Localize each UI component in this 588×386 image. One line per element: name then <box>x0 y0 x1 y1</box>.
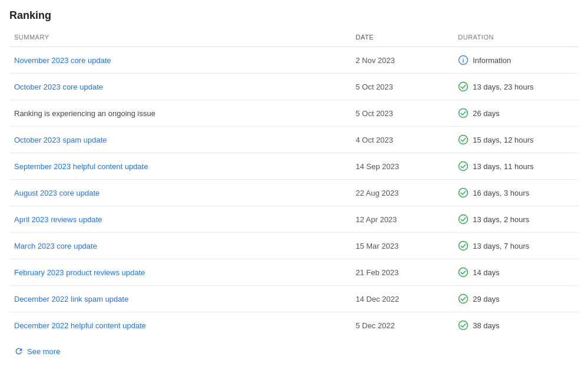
date-cell: 5 Oct 2023 <box>351 74 453 100</box>
check-icon <box>458 161 469 171</box>
date-cell: 2 Nov 2023 <box>351 47 453 74</box>
duration-cell: 38 days <box>453 312 579 339</box>
duration-text: 14 days <box>473 268 500 277</box>
check-icon <box>458 81 469 92</box>
check-icon <box>458 267 469 278</box>
duration-text: 13 days, 2 hours <box>473 215 529 224</box>
see-more-cell: See more <box>9 338 579 366</box>
duration-cell: 13 days, 2 hours <box>453 206 579 233</box>
date-cell: 15 Mar 2023 <box>351 233 453 259</box>
see-more-label: See more <box>27 347 60 356</box>
duration-cell: 15 days, 12 hours <box>453 127 579 153</box>
duration-cell: 13 days, 11 hours <box>453 153 579 180</box>
check-icon <box>458 214 469 225</box>
summary-cell: August 2023 core update <box>9 180 351 206</box>
duration-cell: 14 days <box>453 259 579 286</box>
summary-link[interactable]: February 2023 product reviews update <box>14 268 145 277</box>
summary-cell: December 2022 link spam update <box>9 286 351 312</box>
svg-point-7 <box>459 189 468 197</box>
duration-text: 26 days <box>473 109 500 118</box>
svg-point-6 <box>459 162 468 171</box>
date-cell: 5 Oct 2023 <box>351 100 453 127</box>
table-header-row: SUMMARY DATE DURATION <box>9 30 579 47</box>
summary-cell: October 2023 core update <box>9 74 351 100</box>
table-row: October 2023 spam update4 Oct 2023 15 da… <box>9 127 579 153</box>
svg-point-8 <box>459 215 468 224</box>
summary-cell: September 2023 helpful content update <box>9 153 351 180</box>
table-row: December 2022 link spam update14 Dec 202… <box>9 286 579 312</box>
col-header-date: DATE <box>351 30 453 47</box>
summary-link[interactable]: December 2022 helpful content update <box>14 321 146 330</box>
duration-text: 13 days, 7 hours <box>473 242 529 250</box>
date-cell: 14 Dec 2022 <box>351 286 453 312</box>
summary-link[interactable]: December 2022 link spam update <box>14 295 128 303</box>
duration-text: 13 days, 23 hours <box>473 83 533 91</box>
col-header-duration: DURATION <box>453 30 579 47</box>
summary-link[interactable]: October 2023 spam update <box>14 136 107 144</box>
duration-cell: 13 days, 23 hours <box>453 74 579 100</box>
svg-point-10 <box>459 268 468 277</box>
see-more-row: See more <box>9 338 579 366</box>
table-row: February 2023 product reviews update21 F… <box>9 259 579 286</box>
svg-point-12 <box>459 321 468 330</box>
check-icon <box>458 134 469 145</box>
summary-cell: April 2023 reviews update <box>9 206 351 233</box>
svg-point-5 <box>459 136 468 144</box>
table-row: August 2023 core update22 Aug 2023 16 da… <box>9 180 579 206</box>
svg-point-3 <box>459 83 468 91</box>
svg-point-4 <box>459 109 468 118</box>
col-header-summary: SUMMARY <box>9 30 351 47</box>
duration-text: 15 days, 12 hours <box>473 136 533 144</box>
duration-cell: 16 days, 3 hours <box>453 180 579 206</box>
summary-link[interactable]: April 2023 reviews update <box>14 215 102 224</box>
summary-cell: Ranking is experiencing an ongoing issue <box>9 100 351 127</box>
summary-link[interactable]: August 2023 core update <box>14 189 99 197</box>
date-cell: 5 Dec 2022 <box>351 312 453 339</box>
summary-link[interactable]: March 2023 core update <box>14 242 97 250</box>
duration-text: Information <box>473 56 511 65</box>
table-row: September 2023 helpful content update14 … <box>9 153 579 180</box>
table-row: December 2022 helpful content update5 De… <box>9 312 579 339</box>
table-row: Ranking is experiencing an ongoing issue… <box>9 100 579 127</box>
date-cell: 14 Sep 2023 <box>351 153 453 180</box>
summary-link[interactable]: November 2023 core update <box>14 56 111 65</box>
table-row: March 2023 core update15 Mar 2023 13 day… <box>9 233 579 259</box>
summary-cell: February 2023 product reviews update <box>9 259 351 286</box>
date-cell: 22 Aug 2023 <box>351 180 453 206</box>
svg-point-11 <box>459 295 468 303</box>
duration-cell: 29 days <box>453 286 579 312</box>
summary-link[interactable]: October 2023 core update <box>14 83 103 91</box>
svg-point-2 <box>463 58 464 59</box>
duration-text: 16 days, 3 hours <box>473 189 529 197</box>
summary-cell: October 2023 spam update <box>9 127 351 153</box>
see-more-table: See more <box>9 338 579 366</box>
table-row: April 2023 reviews update12 Apr 2023 13 … <box>9 206 579 233</box>
date-cell: 12 Apr 2023 <box>351 206 453 233</box>
summary-cell: December 2022 helpful content update <box>9 312 351 339</box>
check-icon <box>458 240 469 251</box>
check-icon <box>458 187 469 198</box>
see-more-button[interactable]: See more <box>14 347 60 356</box>
duration-cell: 26 days <box>453 100 579 127</box>
summary-link[interactable]: September 2023 helpful content update <box>14 162 148 171</box>
info-icon <box>458 55 469 65</box>
ranking-table: SUMMARY DATE DURATION November 2023 core… <box>9 30 579 338</box>
duration-text: 13 days, 11 hours <box>473 162 533 171</box>
check-icon <box>458 293 469 304</box>
duration-text: 29 days <box>473 295 500 303</box>
date-cell: 4 Oct 2023 <box>351 127 453 153</box>
duration-cell: Information <box>453 47 579 74</box>
page-title: Ranking <box>9 9 579 22</box>
summary-cell: November 2023 core update <box>9 47 351 74</box>
summary-text: Ranking is experiencing an ongoing issue <box>14 109 155 118</box>
check-icon <box>458 320 469 331</box>
table-row: October 2023 core update5 Oct 2023 13 da… <box>9 74 579 100</box>
duration-cell: 13 days, 7 hours <box>453 233 579 259</box>
date-cell: 21 Feb 2023 <box>351 259 453 286</box>
summary-cell: March 2023 core update <box>9 233 351 259</box>
refresh-icon <box>14 347 24 356</box>
table-row: November 2023 core update2 Nov 2023 Info… <box>9 47 579 74</box>
svg-point-9 <box>459 242 468 250</box>
duration-text: 38 days <box>473 321 500 330</box>
check-icon <box>458 108 469 118</box>
